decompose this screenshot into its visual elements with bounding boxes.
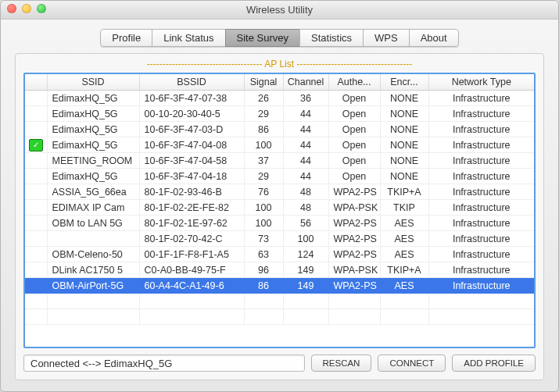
encr-cell: TKIP bbox=[380, 200, 428, 216]
table-row[interactable] bbox=[25, 294, 534, 309]
channel-cell: 100 bbox=[283, 231, 328, 247]
ssid-cell: EDIMAX IP Cam bbox=[47, 200, 139, 216]
col-header[interactable]: Network Type bbox=[428, 74, 534, 91]
bssid-cell: 80-1F-02-2E-FE-82 bbox=[139, 200, 244, 216]
auth-cell: WPA2-PS bbox=[328, 231, 380, 247]
encr-cell: NONE bbox=[380, 137, 428, 153]
auth-cell: Open bbox=[328, 122, 380, 137]
table-row[interactable]: 80-1F-02-70-42-C73100WPA2-PSAESInfrastru… bbox=[25, 231, 534, 247]
rescan-button[interactable]: RESCAN bbox=[311, 355, 372, 372]
auth-cell: Open bbox=[328, 137, 380, 153]
table-row[interactable]: OBM to LAN 5G80-1F-02-1E-97-6210056WPA2-… bbox=[25, 216, 534, 231]
bssid-cell: 80-1F-02-93-46-B bbox=[139, 184, 244, 200]
encr-cell: AES bbox=[380, 231, 428, 247]
signal-cell: 29 bbox=[244, 169, 283, 184]
encr-cell: AES bbox=[380, 216, 428, 231]
auth-cell: Open bbox=[328, 169, 380, 184]
bssid-cell: 80-1F-02-70-42-C bbox=[139, 231, 244, 247]
connected-cell: ✓ bbox=[25, 137, 47, 153]
table-row[interactable]: DLink AC1750 5C0-A0-BB-49-75-F96149WPA-P… bbox=[25, 262, 534, 278]
signal-cell: 100 bbox=[244, 137, 283, 153]
encr-cell: TKIP+A bbox=[380, 262, 428, 278]
bssid-cell: 10-6F-3F-47-04-18 bbox=[139, 169, 244, 184]
signal-cell: 29 bbox=[244, 106, 283, 122]
content-area: ProfileLink StatusSite SurveyStatisticsW… bbox=[1, 20, 558, 391]
network-type-cell: Infrastructure bbox=[428, 278, 534, 294]
tab-site-survey[interactable]: Site Survey bbox=[225, 29, 300, 47]
network-type-cell: Infrastructure bbox=[428, 231, 534, 247]
tab-about[interactable]: About bbox=[409, 29, 459, 47]
channel-cell: 36 bbox=[283, 91, 328, 106]
close-icon[interactable] bbox=[7, 4, 16, 13]
network-type-cell: Infrastructure bbox=[428, 91, 534, 106]
table-row[interactable]: MEETING_ROOM10-6F-3F-47-04-583744OpenNON… bbox=[25, 153, 534, 169]
col-header[interactable]: Encr... bbox=[380, 74, 428, 91]
network-type-cell: Infrastructure bbox=[428, 184, 534, 200]
auth-cell: Open bbox=[328, 153, 380, 169]
connected-cell bbox=[25, 169, 47, 184]
minimize-icon[interactable] bbox=[22, 4, 31, 13]
main-window: Wireless Utility ProfileLink StatusSite … bbox=[0, 0, 559, 392]
encr-cell: AES bbox=[380, 247, 428, 262]
tab-wps[interactable]: WPS bbox=[363, 29, 410, 47]
table-row[interactable]: OBM-Celeno-5000-1F-1F-F8-F1-A563124WPA2-… bbox=[25, 247, 534, 262]
auth-cell: Open bbox=[328, 106, 380, 122]
connect-button[interactable]: CONNECT bbox=[378, 355, 446, 372]
table-row[interactable]: ✓EdimaxHQ_5G10-6F-3F-47-04-0810044OpenNO… bbox=[25, 137, 534, 153]
col-header[interactable]: SSID bbox=[47, 74, 139, 91]
network-type-cell: Infrastructure bbox=[428, 137, 534, 153]
channel-cell: 149 bbox=[283, 278, 328, 294]
ap-table: SSIDBSSIDSignalChannelAuthe...Encr...Net… bbox=[25, 74, 534, 325]
channel-cell: 44 bbox=[283, 137, 328, 153]
channel-cell: 44 bbox=[283, 106, 328, 122]
tab-statistics[interactable]: Statistics bbox=[299, 29, 364, 47]
tab-profile[interactable]: Profile bbox=[100, 29, 152, 47]
col-header[interactable]: Signal bbox=[244, 74, 283, 91]
channel-cell: 48 bbox=[283, 200, 328, 216]
table-row[interactable]: EdimaxHQ_5G10-6F-3F-47-07-382636OpenNONE… bbox=[25, 91, 534, 106]
network-type-cell: Infrastructure bbox=[428, 122, 534, 137]
ssid-cell: DLink AC1750 5 bbox=[47, 262, 139, 278]
col-header[interactable]: Channel bbox=[283, 74, 328, 91]
ap-scroll[interactable]: SSIDBSSIDSignalChannelAuthe...Encr...Net… bbox=[25, 74, 534, 347]
table-row[interactable]: EdimaxHQ_5G10-6F-3F-47-04-182944OpenNONE… bbox=[25, 169, 534, 184]
tab-link-status[interactable]: Link Status bbox=[152, 29, 225, 47]
table-row[interactable] bbox=[25, 309, 534, 325]
ssid-cell: OBM-AirPort-5G bbox=[47, 278, 139, 294]
encr-cell: NONE bbox=[380, 153, 428, 169]
channel-cell: 44 bbox=[283, 169, 328, 184]
zoom-icon[interactable] bbox=[37, 4, 46, 13]
network-type-cell: Infrastructure bbox=[428, 200, 534, 216]
bssid-cell: 80-1F-02-1E-97-62 bbox=[139, 216, 244, 231]
col-header[interactable]: BSSID bbox=[139, 74, 244, 91]
network-type-cell: Infrastructure bbox=[428, 247, 534, 262]
encr-cell: NONE bbox=[380, 106, 428, 122]
window-title: Wireless Utility bbox=[246, 4, 313, 16]
bssid-cell: 10-6F-3F-47-04-58 bbox=[139, 153, 244, 169]
network-type-cell: Infrastructure bbox=[428, 262, 534, 278]
ap-table-wrap: SSIDBSSIDSignalChannelAuthe...Encr...Net… bbox=[23, 73, 536, 348]
col-header[interactable]: Authe... bbox=[328, 74, 380, 91]
bssid-cell: 10-6F-3F-47-04-08 bbox=[139, 137, 244, 153]
table-row[interactable]: EdimaxHQ_5G10-6F-3F-47-03-D8644OpenNONEI… bbox=[25, 122, 534, 137]
table-row[interactable]: ASSIA_5G_66ea80-1F-02-93-46-B7648WPA2-PS… bbox=[25, 184, 534, 200]
ssid-cell: EdimaxHQ_5G bbox=[47, 122, 139, 137]
connected-cell bbox=[25, 200, 47, 216]
channel-cell: 149 bbox=[283, 262, 328, 278]
col-header[interactable] bbox=[25, 74, 47, 91]
table-row[interactable]: OBM-AirPort-5G60-A4-4C-A1-49-686149WPA2-… bbox=[25, 278, 534, 294]
ssid-cell: OBM-Celeno-50 bbox=[47, 247, 139, 262]
table-row[interactable]: EDIMAX IP Cam80-1F-02-2E-FE-8210048WPA-P… bbox=[25, 200, 534, 216]
add-profile-button[interactable]: ADD PROFILE bbox=[452, 355, 536, 372]
signal-cell: 86 bbox=[244, 122, 283, 137]
network-type-cell: Infrastructure bbox=[428, 106, 534, 122]
connected-icon: ✓ bbox=[29, 139, 43, 151]
connected-cell bbox=[25, 106, 47, 122]
bssid-cell: 00-10-20-30-40-5 bbox=[139, 106, 244, 122]
connected-cell bbox=[25, 262, 47, 278]
connected-cell bbox=[25, 216, 47, 231]
signal-cell: 100 bbox=[244, 200, 283, 216]
signal-cell: 86 bbox=[244, 278, 283, 294]
table-row[interactable]: EdimaxHQ_5G00-10-20-30-40-52944OpenNONEI… bbox=[25, 106, 534, 122]
bssid-cell: 10-6F-3F-47-03-D bbox=[139, 122, 244, 137]
